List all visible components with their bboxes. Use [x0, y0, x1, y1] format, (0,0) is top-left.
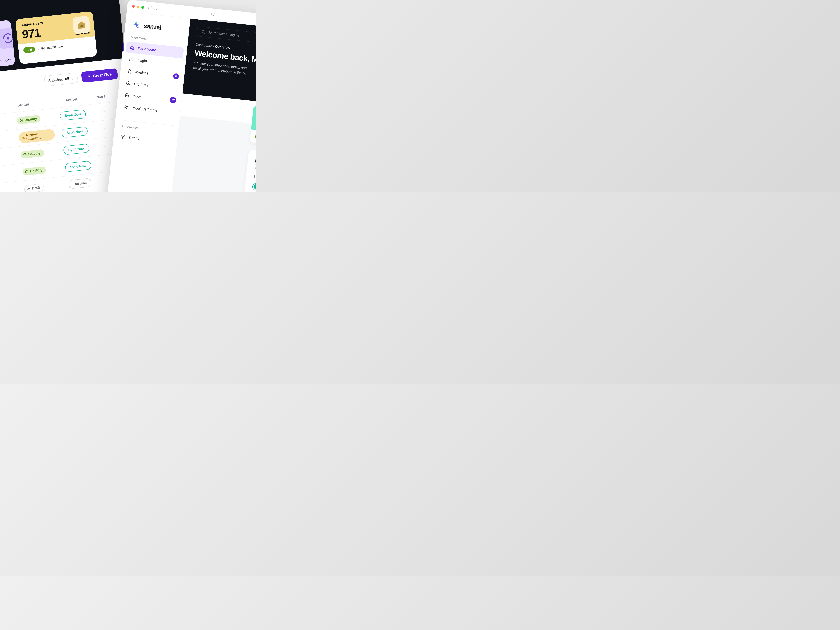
active-users-pct: 7%	[28, 48, 32, 52]
changes-count: 731 changes	[0, 58, 11, 64]
breadcrumb-leaf: Overview	[215, 44, 230, 50]
more-icon[interactable]: ⋮	[103, 143, 109, 149]
sidebar-item-label: Settings	[128, 136, 142, 141]
hero-section: Search something here Dashboard / Overvi…	[182, 19, 256, 104]
stat-card-active-users: Active Users 971 +32 users ↑ 7% in the l…	[16, 11, 97, 64]
nav-back-icon[interactable]: ‹	[156, 6, 158, 12]
search-input[interactable]: Search something here	[197, 26, 256, 45]
row-action-button[interactable]: Sync Now	[60, 109, 86, 121]
file-icon	[127, 69, 132, 74]
row-action-button[interactable]: Sync Now	[65, 161, 92, 172]
main-menu: Dashboard Insight Invoices 8 Products In…	[115, 41, 187, 123]
refresh-icon	[0, 27, 15, 49]
page-subtitle: Manage your integration today, and for a…	[193, 60, 256, 79]
row-action-button[interactable]: Sync Now	[62, 126, 88, 138]
arrow-up-icon: ↑	[25, 48, 27, 52]
active-users-pct-pill: ↑ 7%	[23, 46, 35, 53]
svg-point-11	[126, 106, 127, 107]
svg-rect-7	[129, 59, 130, 61]
more-icon[interactable]: ⋮	[101, 126, 107, 132]
sidebar-item-label: People & Teams	[131, 106, 158, 113]
search-icon	[201, 30, 205, 34]
integration-toggle-1[interactable]	[252, 183, 256, 191]
home-icon	[129, 45, 135, 50]
status-badge: Review Sugested	[18, 129, 55, 144]
svg-rect-5	[148, 6, 152, 9]
close-window-icon[interactable]	[132, 5, 135, 8]
bars-icon	[128, 57, 133, 62]
hour-saved-pct-pill: ↑ 67%	[255, 134, 256, 141]
col-more: More	[91, 93, 111, 100]
gear-icon	[120, 134, 125, 139]
stat-card-changes: 731 changes	[0, 20, 15, 69]
showing-filter[interactable]: Showing: All ⌄	[44, 73, 78, 87]
active-users-period: in the last 30 days	[38, 44, 63, 51]
browser-window: ‹ › sanzai ‹ Main Menu Dashboard Insight	[105, 0, 256, 192]
showing-filter-value: All	[65, 77, 69, 81]
create-flow-button[interactable]: ＋ Creat Flow	[81, 68, 118, 83]
create-flow-label: Creat Flow	[93, 72, 113, 78]
house-user-icon	[72, 16, 91, 34]
more-icon[interactable]: ⋮	[105, 160, 111, 166]
status-badge: Draft	[24, 183, 44, 192]
box-icon	[126, 81, 131, 86]
status-badge: Healthy	[21, 149, 44, 159]
plus-icon: ＋	[87, 76, 91, 77]
search-placeholder: Search something here	[207, 30, 243, 38]
svg-point-13	[202, 30, 204, 33]
sidebar-item-label: Dashboard	[137, 46, 157, 52]
more-icon[interactable]: ⋮	[99, 109, 106, 115]
sidebar-badge: 17	[170, 97, 177, 103]
col-status: Status	[0, 99, 52, 110]
maximize-window-icon[interactable]	[141, 6, 144, 9]
status-badge: Healthy	[17, 115, 41, 125]
shield-icon[interactable]	[211, 12, 215, 17]
svg-line-6	[150, 6, 150, 9]
sidebar-item-label: Insight	[136, 58, 147, 63]
svg-rect-8	[131, 58, 131, 61]
nav-forward-icon[interactable]: ›	[161, 6, 163, 12]
row-action-button[interactable]: Sync Now	[63, 144, 90, 155]
minimize-window-icon[interactable]	[137, 5, 140, 8]
sidebar-item-label: Invoices	[135, 70, 148, 76]
sidebar-item-label: Products	[134, 82, 148, 87]
col-action: Action	[51, 95, 92, 104]
logo-icon	[132, 20, 141, 30]
status-badge: Healthy	[22, 166, 46, 176]
chevron-down-icon: ⌄	[71, 76, 74, 81]
sidebar-item-label: Inbox	[133, 94, 142, 99]
people-icon	[123, 104, 128, 110]
row-action-button[interactable]: Resume	[68, 178, 92, 189]
showing-filter-label: Showing:	[48, 77, 63, 83]
sidebar-toggle-icon[interactable]	[148, 6, 153, 10]
svg-point-0	[6, 37, 9, 40]
inbox-icon	[125, 93, 130, 98]
brand-name: sanzai	[144, 22, 162, 31]
svg-point-10	[125, 106, 126, 107]
showing-latest-pill[interactable]: Showing: Latest	[5, 0, 43, 0]
sidebar-badge: 8	[173, 73, 179, 79]
traffic-lights	[132, 5, 144, 9]
svg-point-12	[122, 136, 123, 137]
breadcrumb-root: Dashboard	[196, 43, 212, 48]
svg-rect-9	[132, 60, 133, 61]
content-background	[169, 116, 256, 192]
